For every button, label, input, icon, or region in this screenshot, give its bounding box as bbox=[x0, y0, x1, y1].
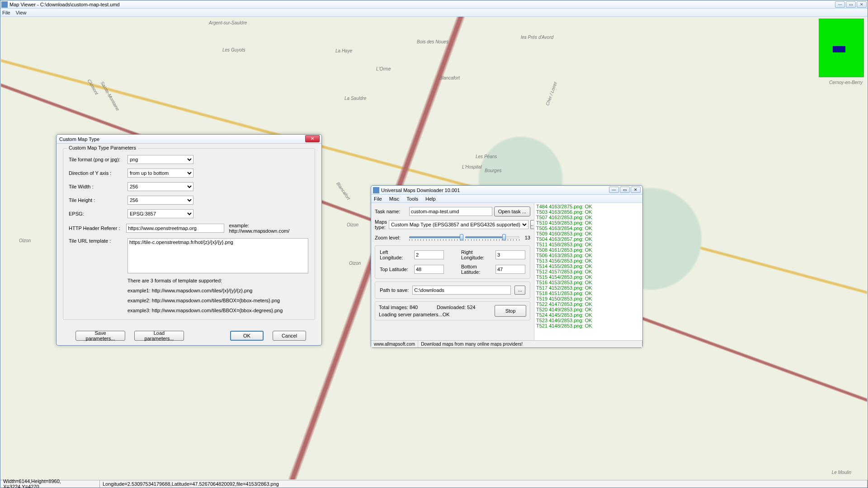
log-line: T509 4160/2853.png: OK bbox=[536, 231, 641, 236]
open-task-button[interactable]: Open task ... bbox=[494, 206, 530, 216]
path-label: Path to save: bbox=[380, 287, 409, 293]
place-label: Bois des Noues bbox=[417, 39, 448, 44]
url-template-input[interactable]: https://tile-c.openstreetmap.fr/hot/{z}/… bbox=[127, 238, 308, 273]
path-input[interactable] bbox=[412, 286, 511, 295]
log-line: T504 4163/2857.png: OK bbox=[536, 236, 641, 242]
minimize-button[interactable]: — bbox=[609, 187, 619, 193]
y-direction-select[interactable]: from up to bottom bbox=[127, 169, 193, 178]
place-label: Oizon bbox=[349, 261, 361, 266]
downloader-titlebar[interactable]: Universal Maps Downloader 10.001 — ▭ ✕ bbox=[371, 186, 642, 195]
maximize-button[interactable]: ▭ bbox=[620, 187, 630, 193]
log-line: T513 4156/2853.png: OK bbox=[536, 258, 641, 263]
place-label: Bourges bbox=[485, 168, 501, 173]
overview-viewport[interactable] bbox=[833, 46, 845, 52]
tile-width-select[interactable]: 256 bbox=[127, 182, 193, 191]
dialog-titlebar[interactable]: Custom Map Type ✕ bbox=[57, 135, 321, 144]
task-name-input[interactable] bbox=[409, 207, 492, 216]
place-label: Argent-sur-Sauldre bbox=[209, 20, 247, 25]
y-direction-label: Direction of Y axis : bbox=[69, 170, 127, 176]
tile-height-select[interactable]: 256 bbox=[127, 196, 193, 205]
template-example-1: example1: http://www.mapsdown.com/tiles/… bbox=[127, 288, 309, 293]
right-longitude-label: Right Longitude: bbox=[461, 249, 492, 260]
place-label: La Sauldre bbox=[344, 96, 366, 101]
app-icon bbox=[1, 1, 8, 8]
log-line: T518 4151/2853.png: OK bbox=[536, 291, 641, 296]
download-stats: Total images: 840 Downloaded: 524 Stop L… bbox=[375, 301, 530, 320]
downloaded-label: Downloaded: bbox=[437, 305, 466, 310]
log-line: T506 4163/2853.png: OK bbox=[536, 253, 641, 258]
maps-type-select[interactable]: Custom Map Type (EPSG3857 and EPSG4326 s… bbox=[389, 220, 528, 229]
referer-input[interactable] bbox=[126, 224, 224, 233]
log-line: T523 4146/2853.png: OK bbox=[536, 318, 641, 323]
dialog-close-button[interactable]: ✕ bbox=[305, 135, 320, 142]
download-log[interactable]: T484 4163/2875.png: OKT503 4163/2856.png… bbox=[534, 203, 642, 333]
template-example-2: example2: http://www.mapsdown.com/tiles/… bbox=[127, 298, 309, 303]
close-button[interactable]: ✕ bbox=[631, 187, 641, 193]
status-message: Download maps from many online maps prov… bbox=[418, 341, 642, 347]
menu-file[interactable]: File bbox=[2, 10, 10, 15]
overview-map[interactable] bbox=[819, 19, 864, 77]
template-note: There are 3 formats of template supporte… bbox=[127, 278, 309, 283]
downloader-statusbar: www.allmapsoft.com Download maps from ma… bbox=[371, 340, 642, 347]
ok-button[interactable]: OK bbox=[230, 331, 264, 341]
log-line: T519 4150/2853.png: OK bbox=[536, 296, 641, 301]
load-parameters-button[interactable]: Load parameters... bbox=[134, 331, 184, 341]
log-hscroll[interactable] bbox=[534, 333, 642, 340]
menu-misc[interactable]: Misc bbox=[389, 196, 400, 202]
downloader-menubar: File Misc Tools Help bbox=[371, 195, 642, 203]
menu-file[interactable]: File bbox=[374, 196, 382, 202]
zoom-slider-max[interactable] bbox=[465, 233, 519, 243]
app-icon bbox=[373, 187, 379, 193]
main-titlebar[interactable]: Map Viewer - C:\downloads\custom-map-tes… bbox=[0, 0, 868, 9]
log-line: T484 4163/2875.png: OK bbox=[536, 204, 641, 209]
place-label: Oizon bbox=[19, 238, 31, 243]
log-line: T520 4149/2853.png: OK bbox=[536, 307, 641, 312]
log-line: T522 4147/2853.png: OK bbox=[536, 301, 641, 307]
referer-example: example: http://www.mapsdown.com/ bbox=[229, 223, 309, 234]
epsg-select[interactable]: EPSG:3857 bbox=[127, 209, 193, 218]
menu-help[interactable]: Help bbox=[425, 196, 436, 202]
top-latitude-input[interactable] bbox=[414, 265, 444, 274]
main-statusbar: Width=6144,Height=8960, X=3224,Y=4270 Lo… bbox=[0, 480, 868, 488]
log-line: T505 4163/2854.png: OK bbox=[536, 225, 641, 231]
log-line: T514 4155/2853.png: OK bbox=[536, 263, 641, 269]
log-line: T516 4153/2853.png: OK bbox=[536, 280, 641, 285]
slider-thumb[interactable] bbox=[460, 234, 463, 240]
epsg-label: EPSG: bbox=[69, 211, 127, 216]
tile-format-label: Tile format (png or jpg): bbox=[69, 157, 127, 162]
referer-label: HTTP Header Referer : bbox=[69, 225, 126, 231]
save-parameters-button[interactable]: Save parameters... bbox=[75, 331, 125, 341]
stop-button[interactable]: Stop bbox=[495, 305, 526, 317]
place-label: Oizon bbox=[347, 222, 359, 227]
left-longitude-label: Left Longitude: bbox=[380, 249, 410, 260]
downloader-window: Universal Maps Downloader 10.001 — ▭ ✕ F… bbox=[371, 185, 643, 348]
status-coordinates: Longitude=2.53097534179688,Latitude=47.5… bbox=[100, 480, 868, 488]
menu-view[interactable]: View bbox=[16, 10, 27, 15]
menu-tools[interactable]: Tools bbox=[406, 196, 418, 202]
bottom-latitude-input[interactable] bbox=[495, 265, 525, 274]
status-dimensions: Width=6144,Height=8960, X=3224,Y=4270 bbox=[0, 480, 100, 488]
right-longitude-input[interactable] bbox=[495, 250, 525, 259]
main-menubar: File View bbox=[0, 9, 868, 17]
log-line: T524 4145/2853.png: OK bbox=[536, 312, 641, 318]
zoom-slider-min[interactable] bbox=[409, 233, 463, 243]
log-line: T508 4161/2853.png: OK bbox=[536, 247, 641, 253]
minimize-button[interactable]: — bbox=[835, 1, 845, 8]
cancel-button[interactable]: Cancel bbox=[273, 331, 306, 341]
zoom-value: 13 bbox=[521, 235, 530, 240]
close-button[interactable]: ✕ bbox=[857, 1, 867, 8]
template-example-3: example3: http://www.mapsdown.com/tiles/… bbox=[127, 308, 309, 313]
path-browse-button[interactable]: ... bbox=[514, 286, 525, 295]
tile-format-select[interactable]: png bbox=[127, 155, 193, 164]
log-line: T521 4148/2853.png: OK bbox=[536, 323, 641, 328]
left-longitude-input[interactable] bbox=[414, 250, 444, 259]
bottom-latitude-label: Bottom Latitude: bbox=[461, 264, 492, 275]
place-label: Blancafort bbox=[439, 75, 460, 80]
maximize-button[interactable]: ▭ bbox=[846, 1, 856, 8]
groupbox-label: Custom Map Type Parameters bbox=[67, 145, 138, 150]
path-group: Path to save: ... bbox=[375, 282, 530, 299]
slider-thumb[interactable] bbox=[502, 234, 506, 240]
place-label: La Haye bbox=[335, 48, 352, 53]
loading-status: Loading server parameters...OK bbox=[379, 312, 493, 317]
maps-type-label: Maps type: bbox=[375, 219, 387, 230]
